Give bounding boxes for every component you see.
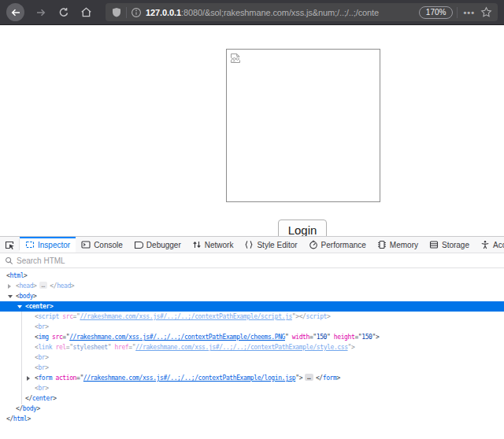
tree-node-br-4[interactable]: <br> (0, 383, 504, 393)
tab-label: Debugger (146, 241, 181, 249)
code-segment: src (49, 334, 63, 341)
code-segment: br (38, 364, 45, 371)
code-segment: action (52, 374, 76, 382)
code-segment: href (111, 344, 128, 351)
code-segment: > (45, 323, 48, 330)
code-segment: > (28, 415, 31, 422)
devtools-search-input[interactable]: Search HTML (0, 253, 504, 268)
code-segment: > (45, 385, 48, 392)
code-segment: //rakeshmane.com/xss.js#/..;/..;/context… (135, 344, 347, 351)
collapsed-content-badge[interactable]: … (305, 374, 313, 381)
shield-icon[interactable] (111, 7, 122, 18)
code-segment: body (23, 405, 37, 412)
code-segment: =" (62, 334, 69, 341)
tab-label: Inspector (38, 241, 70, 249)
bookmark-star-icon[interactable] (480, 6, 492, 18)
tree-node-img[interactable]: <img src="//rakeshmane.com/xss.js#/..;/.… (0, 332, 504, 342)
code-segment: form (323, 374, 337, 382)
info-icon[interactable] (131, 7, 142, 18)
tab-network[interactable]: Network (187, 237, 239, 253)
code-segment: > (33, 293, 36, 300)
code-segment: </ (25, 395, 32, 402)
tab-accessibility[interactable]: Accessibility (475, 237, 504, 253)
code-segment: stylesheet (73, 344, 108, 351)
page-actions-dots-icon[interactable]: ••• (461, 8, 476, 17)
tab-label: Performance (321, 241, 366, 249)
tab-label: Console (94, 241, 123, 249)
tree-node-script[interactable]: <script src="//rakeshmane.com/xss.js#/..… (0, 312, 504, 322)
tree-node-head[interactable]: <head>…</head> (0, 281, 504, 291)
expand-arrow-icon[interactable] (27, 376, 30, 381)
code-segment: img (38, 334, 48, 341)
tree-node-br-3[interactable]: <br> (0, 363, 504, 373)
home-icon (80, 6, 92, 18)
code-segment: </ (316, 374, 323, 382)
expand-arrow-icon[interactable] (8, 284, 11, 289)
code-segment: script (38, 313, 59, 320)
tab-storage[interactable]: Storage (424, 237, 475, 253)
network-icon (192, 240, 202, 249)
code-segment: "> (295, 374, 302, 382)
home-button[interactable] (76, 2, 96, 22)
debugger-icon (134, 240, 143, 249)
tab-label: Style Editor (257, 241, 297, 249)
reload-button[interactable] (54, 2, 73, 22)
back-icon (10, 7, 21, 18)
code-segment: //rakeshmane.com/xss.js#/..;/..;/context… (80, 313, 291, 320)
urlbar-divider-2 (457, 7, 458, 18)
code-segment: =" (66, 344, 73, 351)
performance-icon (309, 240, 318, 249)
console-icon (81, 240, 91, 249)
tree-node-form[interactable]: <form action="//rakeshmane.com/xss.js#/.… (0, 373, 504, 383)
tab-debugger[interactable]: Debugger (128, 237, 187, 253)
code-segment: > (45, 354, 48, 361)
url-bar[interactable]: 127.0.0.1:8080/&sol;rakeshmane.com/xss.j… (106, 3, 498, 21)
html-tree: <html><head>…</head><body><center><scrip… (0, 268, 504, 424)
code-segment: center (32, 395, 54, 402)
collapse-arrow-icon[interactable] (8, 295, 13, 298)
back-button[interactable] (6, 3, 24, 21)
code-segment: br (38, 323, 45, 330)
search-placeholder: Search HTML (17, 256, 65, 265)
urlbar-divider (126, 7, 127, 18)
collapse-arrow-icon[interactable] (17, 305, 22, 308)
code-segment: rel (52, 344, 66, 351)
tab-inspector[interactable]: Inspector (20, 237, 76, 253)
code-segment: </ (6, 415, 13, 422)
collapsed-content-badge[interactable]: … (39, 282, 48, 289)
tree-node-br-1[interactable]: <br> (0, 322, 504, 332)
tab-console[interactable]: Console (76, 237, 128, 253)
code-segment: 150 (317, 334, 327, 341)
tab-style-editor[interactable]: Style Editor (239, 237, 302, 253)
inspector-icon (25, 240, 35, 249)
code-segment: "></ (292, 313, 306, 320)
code-segment: =" (128, 344, 135, 351)
url-text[interactable]: 127.0.0.1:8080/&sol;rakeshmane.com/xss.j… (146, 8, 415, 17)
tree-node-body-close[interactable]: </body> (0, 404, 504, 414)
tree-node-center[interactable]: <center> (0, 301, 504, 312)
search-icon (5, 256, 13, 265)
tree-node-body[interactable]: <body> (0, 291, 504, 301)
zoom-level-badge[interactable]: 170% (419, 6, 454, 19)
tree-node-center-close[interactable]: </center> (0, 393, 504, 404)
tree-node-link[interactable]: <link rel="stylesheet" href="//rakeshman… (0, 342, 504, 352)
tree-node-html-close[interactable]: </html> (0, 414, 504, 424)
forward-button[interactable] (31, 2, 50, 22)
code-segment: > (71, 282, 74, 290)
memory-icon (377, 240, 387, 249)
code-segment: br (38, 354, 45, 361)
login-button[interactable]: Login (278, 220, 327, 236)
tree-node-br-2[interactable]: <br> (0, 352, 504, 363)
code-segment: =" (76, 374, 83, 382)
tab-performance[interactable]: Performance (303, 237, 372, 253)
tab-memory[interactable]: Memory (372, 237, 424, 253)
pick-element-icon (5, 240, 15, 250)
code-segment: width (288, 334, 309, 341)
code-segment: > (53, 395, 56, 402)
tab-label: Accessibility (493, 241, 504, 249)
tree-node-html[interactable]: <html> (0, 271, 504, 281)
code-segment: > (336, 374, 339, 382)
devtools-tab-bar: InspectorConsoleDebuggerNetworkStyle Edi… (0, 237, 504, 253)
browser-toolbar: 127.0.0.1:8080/&sol;rakeshmane.com/xss.j… (0, 0, 504, 25)
pick-element-button[interactable] (0, 237, 19, 253)
